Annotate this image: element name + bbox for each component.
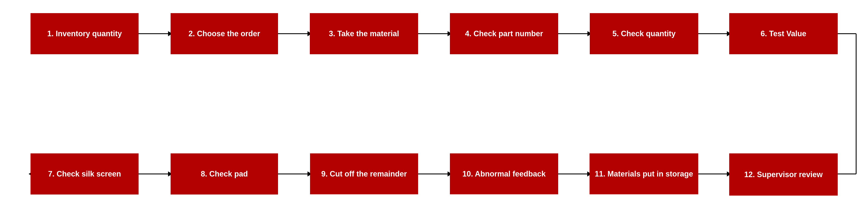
process-box-9[interactable]: 9. Cut off the remainder bbox=[310, 153, 418, 194]
process-box-8[interactable]: 8. Check pad bbox=[170, 153, 278, 195]
process-box-5[interactable]: 5. Check quantity bbox=[590, 13, 698, 54]
process-box-3[interactable]: 3. Take the material bbox=[310, 13, 418, 54]
process-box-6[interactable]: 6. Test Value bbox=[729, 13, 838, 54]
process-box-2[interactable]: 2. Choose the order bbox=[170, 13, 278, 54]
process-box-7[interactable]: 7. Check silk screen bbox=[31, 153, 138, 195]
process-box-10[interactable]: 10. Abnormal feedback bbox=[450, 153, 558, 194]
diagram-container: 1. Inventory quantity 2. Choose the orde… bbox=[0, 0, 868, 207]
process-box-12[interactable]: 12. Supervisor review bbox=[729, 153, 838, 196]
process-box-11[interactable]: 11. Materials put in storage bbox=[590, 153, 698, 194]
process-box-1[interactable]: 1. Inventory quantity bbox=[31, 13, 138, 54]
process-box-4[interactable]: 4. Check part number bbox=[450, 13, 558, 54]
